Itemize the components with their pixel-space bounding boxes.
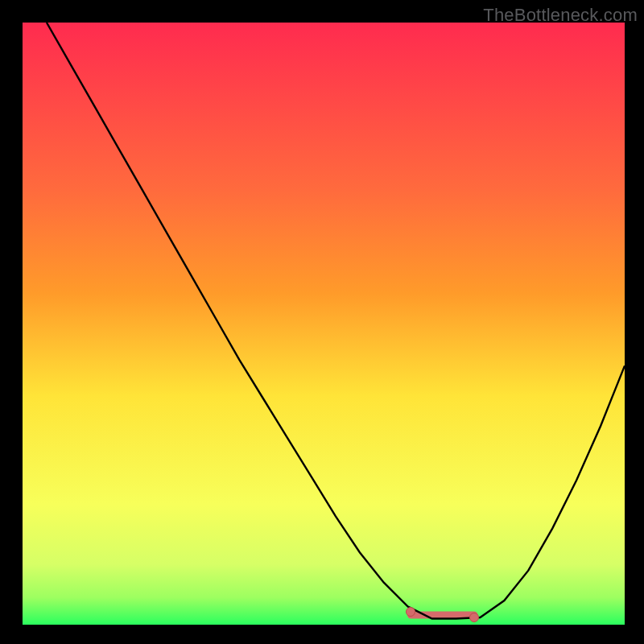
plot-area [23,23,625,625]
chart-container: TheBottleneck.com [0,0,644,644]
curve-svg [23,23,625,625]
curve-marker [406,607,415,617]
curve-marker [469,613,479,622]
bottleneck-curve [47,23,625,619]
watermark-text: TheBottleneck.com [483,5,638,26]
